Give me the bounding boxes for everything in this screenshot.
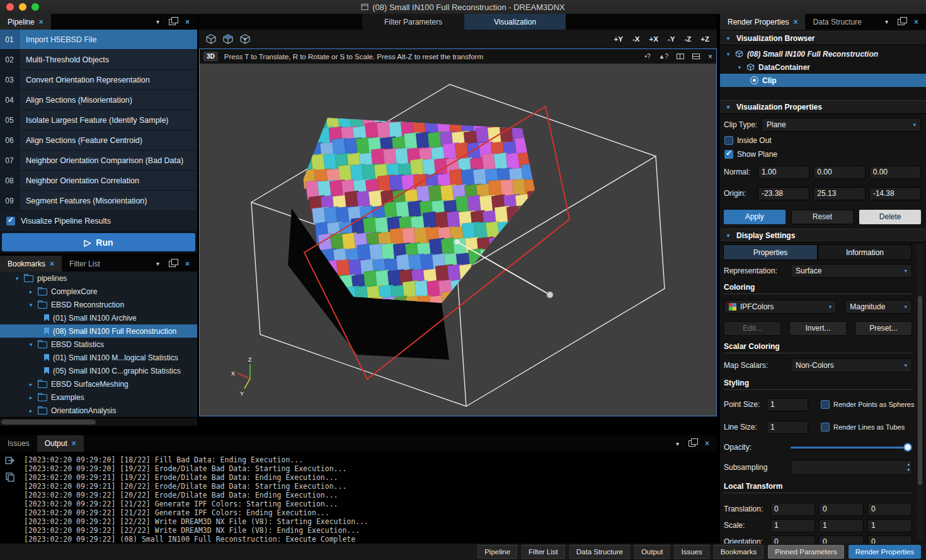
tab-output[interactable]: Output ×: [37, 435, 84, 452]
translation-x-field[interactable]: [770, 503, 815, 516]
statusbar-output-button[interactable]: Output: [634, 545, 670, 559]
tab-pipeline[interactable]: Pipeline ×: [0, 14, 51, 30]
close-tab-icon[interactable]: ×: [793, 18, 797, 26]
preset-colors-button[interactable]: Preset...: [855, 321, 912, 336]
axis-minus-y-button[interactable]: -Y: [668, 35, 675, 43]
pipeline-filter-row[interactable]: 01 Import H5EBSD File: [0, 30, 197, 50]
plane-normal-arrow[interactable]: [457, 242, 550, 295]
line-size-field[interactable]: [767, 421, 808, 434]
axis-minus-x-button[interactable]: -X: [632, 35, 640, 43]
show-plane-checkbox[interactable]: [724, 150, 733, 159]
statusbar-filter-list-button[interactable]: Filter List: [522, 545, 565, 559]
3d-viewport[interactable]: Z X Y: [200, 64, 716, 416]
points-as-spheres-checkbox[interactable]: [821, 400, 830, 409]
tree-item-ebsd-reconstruction[interactable]: ▾ EBSD Reconstruction: [0, 298, 197, 311]
orientation-cube-icon[interactable]: [205, 33, 217, 45]
tab-issues[interactable]: Issues: [0, 435, 37, 452]
tree-item-morphological-statistics[interactable]: (01) Small IN100 M...logical Statistics: [0, 351, 197, 364]
chevron-down-icon[interactable]: ▾: [14, 275, 20, 282]
chevron-right-icon[interactable]: ▸: [28, 381, 34, 387]
tab-filter-list[interactable]: Filter List: [62, 256, 108, 271]
close-tab-icon[interactable]: ×: [50, 260, 54, 268]
pipeline-filter-row[interactable]: 04 Align Sections (Misorientation): [0, 90, 197, 110]
reset-button[interactable]: Reset: [791, 210, 854, 224]
visualize-results-checkbox[interactable]: [6, 217, 15, 226]
close-panel-icon[interactable]: ×: [185, 260, 190, 268]
scale-y-field[interactable]: [819, 519, 864, 532]
visibility-eye-icon[interactable]: [750, 76, 758, 84]
tab-filter-parameters[interactable]: Filter Parameters: [362, 14, 464, 30]
close-tab-icon[interactable]: ×: [72, 440, 76, 447]
tree-item-small-in100-archive[interactable]: (01) Small IN100 Archive: [0, 311, 197, 324]
axis-plus-x-button[interactable]: +X: [649, 35, 658, 43]
tree-item-ebsd-statistics[interactable]: ▾ EBSD Statistics: [0, 338, 197, 351]
float-panel-icon[interactable]: [169, 261, 176, 267]
copy-log-icon[interactable]: [5, 472, 15, 482]
float-panel-icon[interactable]: [169, 19, 176, 25]
chevron-right-icon[interactable]: ▸: [28, 394, 34, 401]
chevron-down-icon[interactable]: ▾: [725, 51, 731, 57]
axis-plus-z-button[interactable]: +Z: [700, 35, 709, 43]
close-tab-icon[interactable]: ×: [39, 18, 43, 26]
display-settings-header[interactable]: ▾ Display Settings: [720, 229, 926, 243]
axis-minus-z-button[interactable]: -Z: [684, 35, 691, 43]
panel-menu-caret-icon[interactable]: ▾: [156, 18, 159, 25]
chevron-down-icon[interactable]: ▾: [28, 302, 34, 308]
run-pipeline-button[interactable]: ▷ Run: [2, 233, 195, 251]
tab-render-properties[interactable]: Render Properties ×: [720, 14, 805, 30]
opacity-slider[interactable]: [791, 441, 912, 454]
tree-item-pipelines[interactable]: ▾ pipelines: [0, 271, 197, 285]
chevron-right-icon[interactable]: ▸: [28, 408, 34, 414]
tab-display-properties[interactable]: Properties: [723, 244, 818, 260]
clip-type-dropdown[interactable]: Plane ▾: [762, 118, 921, 132]
chevron-down-icon[interactable]: ▾: [725, 104, 731, 110]
pipeline-filter-row[interactable]: 07 Neighbor Orientation Comparison (Bad …: [0, 151, 197, 171]
tab-data-structure[interactable]: Data Structure: [805, 14, 869, 30]
close-panel-icon[interactable]: ×: [705, 440, 709, 447]
chevron-down-icon[interactable]: ▾: [725, 232, 731, 239]
pick-help-icon[interactable]: •?: [644, 53, 650, 60]
subsampling-spinbox[interactable]: ▴ ▾: [791, 460, 912, 475]
tree-item-orientationanalysis[interactable]: ▸ OrientationAnalysis: [0, 404, 197, 417]
chevron-down-icon[interactable]: ▾: [736, 64, 743, 71]
spinbox-arrows[interactable]: ▴ ▾: [907, 461, 910, 472]
normal-x-field[interactable]: [758, 166, 809, 179]
translation-z-field[interactable]: [867, 503, 912, 516]
statusbar-render-properties-button[interactable]: Render Properties: [849, 545, 921, 559]
statusbar-pipeline-button[interactable]: Pipeline: [477, 545, 517, 559]
minimize-window-button[interactable]: [19, 3, 26, 11]
pipeline-filter-row[interactable]: 08 Neighbor Orientation Correlation: [0, 171, 197, 191]
scrollbar-thumb[interactable]: [918, 296, 922, 485]
spin-down-icon[interactable]: ▾: [907, 467, 910, 472]
lines-as-tubes-checkbox[interactable]: [821, 423, 830, 431]
browser-item-datacontainer[interactable]: ▾ DataContainer: [720, 60, 926, 74]
browser-item-root[interactable]: ▾ (08) Small IN100 Full Reconstruction: [720, 47, 926, 60]
statusbar-data-structure-button[interactable]: Data Structure: [569, 545, 630, 559]
plane-normal-handle[interactable]: [547, 292, 553, 298]
tree-item-complexcore[interactable]: ▸ ComplexCore: [0, 285, 197, 298]
map-scalars-dropdown[interactable]: Non-Colors ▾: [791, 358, 912, 372]
translation-y-field[interactable]: [819, 503, 864, 516]
orientation-z-field[interactable]: [867, 535, 912, 544]
close-view-icon[interactable]: ×: [708, 52, 712, 61]
apply-button[interactable]: Apply: [724, 210, 786, 224]
close-window-button[interactable]: [6, 3, 14, 11]
right-panel-scrollbar[interactable]: [917, 244, 923, 541]
tree-item-ebsd-surfacemeshing[interactable]: ▸ EBSD SurfaceMeshing: [0, 377, 197, 391]
tree-item-small-in100-full-reconstruction[interactable]: (08) Small IN100 Full Reconstruction: [0, 324, 197, 338]
chevron-right-icon[interactable]: ▸: [28, 289, 34, 295]
scale-x-field[interactable]: [770, 519, 815, 532]
tree-item-examples[interactable]: ▸ Examples: [0, 391, 197, 404]
invert-colors-button[interactable]: Invert...: [789, 321, 847, 336]
edit-colors-button[interactable]: Edit...: [724, 321, 781, 336]
origin-z-field[interactable]: [869, 187, 921, 200]
origin-x-field[interactable]: [758, 187, 809, 200]
reset-view-cube-icon[interactable]: [222, 33, 234, 45]
coloring-array-dropdown[interactable]: IPFColors ▾: [724, 300, 837, 314]
visualization-properties-header[interactable]: ▾ Visualization Properties: [720, 100, 926, 114]
chevron-down-icon[interactable]: ▾: [725, 35, 731, 42]
zoom-window-button[interactable]: [31, 3, 39, 11]
view-mode-badge[interactable]: 3D: [203, 52, 218, 61]
pipeline-filter-row[interactable]: 02 Multi-Threshold Objects: [0, 50, 197, 70]
spin-up-icon[interactable]: ▴: [907, 461, 910, 467]
